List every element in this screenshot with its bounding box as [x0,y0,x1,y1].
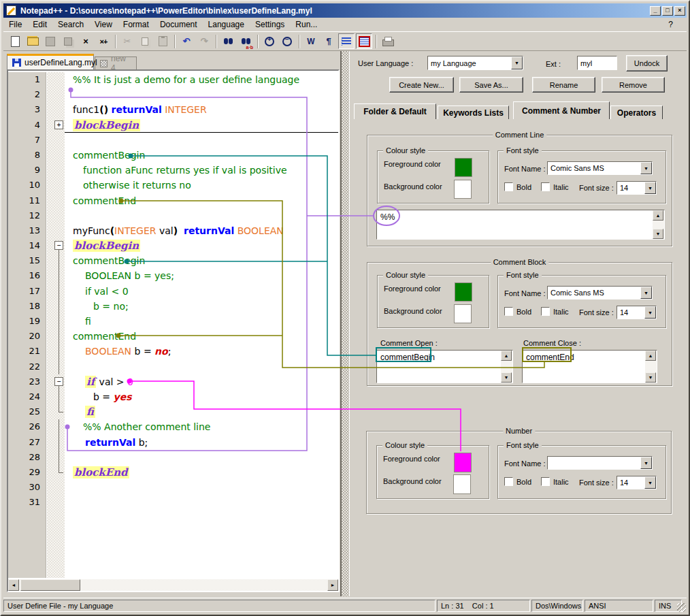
italic-checkbox[interactable] [541,307,550,316]
zoom-out-button[interactable] [279,33,295,49]
minimize-button[interactable]: _ [650,6,661,16]
open-file-button[interactable] [24,33,41,49]
code-line[interactable] [65,359,338,374]
code-line[interactable]: commentEnd [65,193,338,208]
chevron-down-icon[interactable]: ▼ [511,56,523,69]
menu-edit[interactable]: Edit [27,18,52,31]
comment-line-symbol-input[interactable]: %% ▲ ▼ [376,210,665,240]
close-all-button[interactable]: ×+ [95,33,112,49]
find-button[interactable] [220,33,236,49]
fold-margin-cell[interactable]: − [47,238,65,253]
resize-grip[interactable] [677,603,686,612]
menu-format[interactable]: Format [118,18,154,31]
scroll-down-icon[interactable]: ▼ [653,229,663,239]
textarea-scrollbar[interactable]: ▲ ▼ [501,351,512,383]
chevron-down-icon[interactable]: ▼ [640,162,652,174]
scroll-down-icon[interactable]: ▼ [645,372,656,383]
menu-search[interactable]: Search [52,18,89,31]
create-new-button[interactable]: Create New... [389,77,454,93]
editor-rows[interactable]: %% It is just a demo for a user define l… [65,72,338,578]
font-size-combo[interactable]: 14 ▼ [617,306,657,319]
code-line[interactable]: b = no; [65,299,338,314]
close-button[interactable]: × [674,6,685,16]
comment-open-input[interactable]: commentBegin ▲ ▼ [376,350,513,383]
code-line[interactable]: blockBegin [65,118,338,133]
menu-settings[interactable]: Settings [250,18,290,31]
remove-button[interactable]: Remove [602,77,665,93]
code-line[interactable]: blockBegin [65,238,338,253]
code-line[interactable]: b = yes [65,389,338,404]
ext-input[interactable]: myl [577,56,617,70]
scroll-left-icon[interactable]: ◄ [8,579,19,591]
chevron-down-icon[interactable]: ▼ [644,182,656,194]
zoom-in-button[interactable] [261,33,278,49]
code-line[interactable] [65,495,338,510]
scroll-down-icon[interactable]: ▼ [501,372,512,383]
maximize-button[interactable]: □ [662,6,673,16]
code-line[interactable]: %% Another comment line [65,419,338,434]
comment-close-input[interactable]: commentEnd ▲ ▼ [522,350,657,383]
background-color-swatch[interactable] [454,304,472,323]
horizontal-scrollbar[interactable]: ◄ ► [8,579,338,591]
new-file-button[interactable] [7,33,23,49]
code-line[interactable]: commentBegin [65,148,338,163]
font-name-combo[interactable]: Comic Sans MS ▼ [547,286,653,299]
tab-new4[interactable]: new 4 [95,56,137,69]
menu-file[interactable]: File [3,18,27,31]
fold-collapse-icon[interactable]: − [54,241,63,250]
code-line[interactable]: if val < 0 [65,284,338,299]
scroll-right-icon[interactable]: ► [327,579,338,591]
title-bar[interactable]: Notepad++ - D:\sources\notepad++\PowerEd… [3,3,687,18]
background-color-swatch[interactable] [454,180,472,199]
close-button[interactable]: × [78,33,94,49]
replace-button[interactable] [237,33,254,49]
code-line[interactable]: BOOLEAN b = yes; [65,268,338,283]
chevron-down-icon[interactable]: ▼ [640,457,652,469]
chevron-down-icon[interactable]: ▼ [644,476,656,489]
code-line[interactable]: function aFunc returns yes if val is pos… [65,163,338,178]
tab-folder-default[interactable]: Folder & Default [354,103,436,119]
code-line[interactable]: %% It is just a demo for a user define l… [65,72,338,87]
chevron-down-icon[interactable]: ▼ [640,287,652,299]
code-line[interactable] [65,133,338,148]
scroll-up-icon[interactable]: ▲ [645,351,656,361]
fold-collapse-icon[interactable]: − [54,377,63,386]
bold-checkbox[interactable] [504,307,513,316]
undock-button[interactable]: Undock [626,55,668,71]
font-name-combo[interactable]: ▼ [547,456,653,470]
rename-button[interactable]: Rename [532,77,595,93]
code-editor[interactable]: 1234789101112131415161718192021222324252… [7,69,340,592]
tab-userdefinelang[interactable]: userDefineLang.myl [7,54,94,69]
undo-button[interactable]: ↶ [178,33,195,49]
menu-help[interactable]: ? [663,18,678,31]
foreground-color-swatch[interactable] [455,282,472,302]
word-wrap-button[interactable]: W [303,33,319,49]
tab-keywords-lists[interactable]: Keywords Lists [438,106,509,119]
scroll-up-icon[interactable]: ▲ [501,351,512,361]
code-line[interactable] [65,87,338,102]
foreground-color-swatch[interactable] [455,158,472,177]
scrollbar-thumb[interactable] [20,579,80,591]
code-line[interactable]: otherwise it returns no [65,178,338,193]
user-language-combo[interactable]: my Language ▼ [427,56,523,70]
tab-comment-number[interactable]: Comment & Number [513,101,610,119]
fold-expand-icon[interactable]: + [54,120,63,129]
italic-checkbox[interactable] [541,477,550,486]
indent-guide-button[interactable] [338,33,355,49]
code-line[interactable]: commentBegin [65,253,338,268]
foreground-color-swatch[interactable] [454,453,472,472]
textarea-scrollbar[interactable]: ▲ ▼ [653,210,664,239]
code-line[interactable]: fi [65,314,338,329]
bold-checkbox[interactable] [504,182,513,191]
scroll-up-icon[interactable]: ▲ [653,210,663,221]
font-name-combo[interactable]: Comic Sans MS ▼ [547,161,653,175]
save-as-button[interactable]: Save As... [459,77,523,93]
bold-checkbox[interactable] [504,477,513,486]
code-line[interactable]: blockEnd [65,465,338,480]
background-color-swatch[interactable] [453,474,471,494]
code-line[interactable]: if val > 0 [65,374,338,389]
tab-operators[interactable]: Operators [610,106,663,119]
fold-margin-cell[interactable]: + [47,118,65,133]
code-line[interactable]: myFunc(INTEGER val) returnVal BOOLEAN [65,223,338,238]
pane-splitter[interactable] [340,51,350,596]
